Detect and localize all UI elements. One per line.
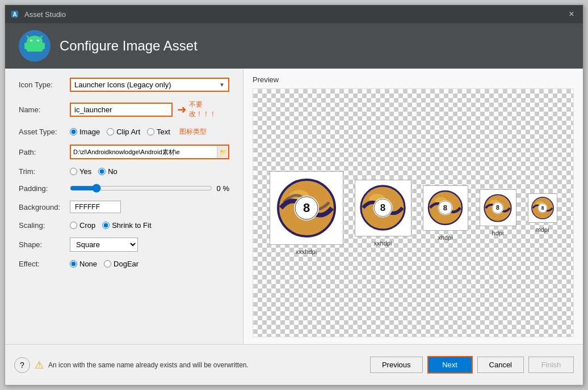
background-row: Background: <box>19 201 229 213</box>
warning-icon: ⚠ <box>35 359 44 371</box>
scaling-crop-radio[interactable] <box>70 222 77 229</box>
asset-type-text-radio[interactable] <box>147 128 154 135</box>
preview-label-mdpi: mdpi <box>536 226 549 233</box>
svg-line-6 <box>40 36 43 38</box>
name-row: Name: ➜ 不要改！！！ <box>19 100 229 119</box>
shape-label: Shape: <box>19 240 70 249</box>
name-input[interactable] <box>70 103 173 117</box>
path-input[interactable] <box>71 147 217 157</box>
padding-row: Padding: 0 % <box>19 184 229 193</box>
svg-text:8: 8 <box>380 202 385 213</box>
background-control <box>70 201 229 213</box>
preview-icon-xxxhdpi: 8 <box>270 171 343 245</box>
footer: ? ⚠ An icon with the same name already e… <box>5 344 583 385</box>
asset-type-text-option[interactable]: Text <box>147 128 170 136</box>
effect-none-radio[interactable] <box>70 260 77 268</box>
svg-text:8: 8 <box>303 201 309 215</box>
browse-icon[interactable]: 📁 <box>217 146 228 158</box>
path-label: Path: <box>19 148 70 156</box>
svg-rect-7 <box>27 41 43 52</box>
ball-svg-hdpi: 8 <box>483 193 513 223</box>
finish-button[interactable]: Finish <box>528 357 574 373</box>
effect-none-label: None <box>79 260 97 268</box>
icon-type-row: Icon Type: Launcher Icons (Legacy only)A… <box>19 78 229 92</box>
help-button[interactable]: ? <box>14 357 30 373</box>
title-bar: A Asset Studio × <box>5 5 583 23</box>
preview-label-xxhdpi: xxhdpi <box>374 240 392 247</box>
asset-type-clipart-option[interactable]: Clip Art <box>107 128 140 136</box>
scaling-options: Crop Shrink to Fit <box>70 221 229 230</box>
trim-control: Yes No <box>70 167 229 176</box>
trim-yes-label: Yes <box>79 167 91 176</box>
ball-svg-xxxhdpi: 8 <box>275 177 338 239</box>
dialog-header: Configure Image Asset <box>5 23 583 69</box>
cancel-button[interactable]: Cancel <box>477 357 524 373</box>
scaling-crop-option[interactable]: Crop <box>70 221 95 230</box>
preview-label-hdpi: hdpi <box>492 230 504 236</box>
path-container: 📁 <box>70 145 229 159</box>
path-row: Path: 📁 图标所在路径 <box>19 145 229 159</box>
ball-svg-mdpi: 8 <box>531 196 555 220</box>
close-button[interactable]: × <box>565 7 578 21</box>
trim-label: Trim: <box>19 167 70 176</box>
scaling-row: Scaling: Crop Shrink to Fit <box>19 221 229 230</box>
scaling-crop-label: Crop <box>79 221 95 230</box>
svg-text:8: 8 <box>443 204 447 212</box>
android-icon <box>19 30 51 62</box>
trim-radio-group: Yes No <box>70 167 229 176</box>
shape-row: Shape: SquareCircleNone <box>19 238 229 252</box>
scaling-control: Crop Shrink to Fit <box>70 221 229 230</box>
icon-type-select-box[interactable]: Launcher Icons (Legacy only)Action Bar a… <box>70 78 229 92</box>
background-input[interactable] <box>70 201 121 213</box>
effect-dogear-radio[interactable] <box>104 260 111 268</box>
preview-icon-xhdpi: 8 <box>423 185 468 231</box>
scaling-shrink-radio[interactable] <box>102 222 110 229</box>
svg-line-5 <box>27 36 29 38</box>
asset-type-image-option[interactable]: Image <box>70 128 100 136</box>
scaling-shrink-label: Shrink to Fit <box>112 221 151 230</box>
trim-yes-option[interactable]: Yes <box>70 167 91 176</box>
select-arrow-icon: ▼ <box>219 82 225 88</box>
name-annotation: 不要改！！！ <box>189 100 229 119</box>
trim-no-radio[interactable] <box>98 168 106 175</box>
padding-slider[interactable] <box>70 184 212 193</box>
trim-no-option[interactable]: No <box>98 167 117 176</box>
preview-label-xhdpi: xhdpi <box>438 234 452 241</box>
next-button[interactable]: Next <box>427 356 473 374</box>
effect-none-option[interactable]: None <box>70 260 97 268</box>
asset-type-image-label: Image <box>79 128 100 136</box>
preview-item-hdpi: 8 hdpi <box>480 189 516 236</box>
warning-area: ⚠ An icon with the same name already exi… <box>35 359 370 371</box>
svg-text:A: A <box>12 11 16 18</box>
asset-type-clipart-radio[interactable] <box>107 128 114 135</box>
asset-type-label: Asset Type: <box>19 128 70 136</box>
background-label: Background: <box>19 203 70 211</box>
previous-button[interactable]: Previous <box>370 357 423 373</box>
effect-control: None DogEar <box>70 260 229 268</box>
asset-type-clipart-label: Clip Art <box>116 128 140 136</box>
shape-control: SquareCircleNone <box>70 238 229 252</box>
asset-type-image-radio[interactable] <box>70 128 77 135</box>
asset-type-radio-group: Image Clip Art Text 图标类型 <box>70 127 229 137</box>
asset-type-control: Image Clip Art Text 图标类型 <box>70 127 229 137</box>
shape-select-group: SquareCircleNone <box>70 238 229 252</box>
preview-item-xxxhdpi: 8 xxxhdpi <box>270 171 343 255</box>
scaling-label: Scaling: <box>19 221 70 230</box>
window-icon: A <box>10 9 20 19</box>
preview-item-xxhdpi: 8 xxhdpi <box>355 180 411 247</box>
trim-yes-radio[interactable] <box>70 168 77 175</box>
icon-type-select[interactable]: Launcher Icons (Legacy only)Action Bar a… <box>74 80 217 89</box>
scaling-shrink-option[interactable]: Shrink to Fit <box>102 221 151 230</box>
main-content: Icon Type: Launcher Icons (Legacy only)A… <box>5 69 583 344</box>
preview-label-xxxhdpi: xxxhdpi <box>296 248 317 255</box>
trim-no-label: No <box>108 167 117 176</box>
dialog-title: Configure Image Asset <box>60 38 198 54</box>
icon-type-control: Launcher Icons (Legacy only)Action Bar a… <box>70 78 229 92</box>
svg-text:8: 8 <box>541 205 544 210</box>
padding-control: 0 % <box>70 184 229 193</box>
effect-row: Effect: None DogEar <box>19 260 229 268</box>
right-panel: Preview <box>243 69 583 344</box>
shape-select[interactable]: SquareCircleNone <box>70 238 138 252</box>
effect-dogear-option[interactable]: DogEar <box>104 260 138 268</box>
svg-text:8: 8 <box>496 205 499 211</box>
